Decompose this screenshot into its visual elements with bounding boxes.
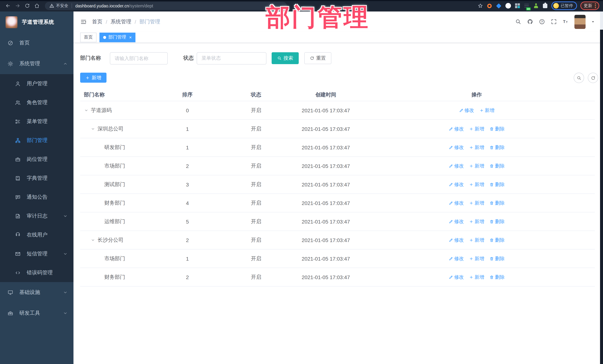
chevron-down-icon xyxy=(63,311,68,315)
update-label: 更新 xyxy=(584,3,592,9)
ext-puzzle-icon[interactable] xyxy=(542,3,548,9)
row-action-add[interactable]: 新增 xyxy=(469,237,484,243)
browser-menu-dots-icon[interactable] xyxy=(595,3,596,8)
browser-extensions: ✓on xyxy=(487,3,548,9)
sidebar-item-dict-management[interactable]: 字典管理 xyxy=(0,169,73,188)
ext-check-icon[interactable]: ✓ xyxy=(505,3,511,9)
search-icon[interactable] xyxy=(515,19,521,25)
row-action-add[interactable]: 新增 xyxy=(469,144,484,151)
row-action-add[interactable]: 新增 xyxy=(469,200,484,206)
not-secure-label[interactable]: 不安全 xyxy=(56,3,68,9)
breadcrumb-item[interactable]: 首页 xyxy=(92,18,103,25)
plus-icon xyxy=(469,201,474,205)
reload-icon[interactable] xyxy=(24,3,30,9)
fullscreen-icon[interactable] xyxy=(551,19,557,25)
tab-close-icon[interactable]: × xyxy=(129,35,132,40)
audit-log-icon xyxy=(15,213,21,219)
refresh-table-button[interactable] xyxy=(588,73,598,83)
font-size-icon[interactable]: TT xyxy=(563,19,569,25)
toggle-search-button[interactable] xyxy=(574,73,584,83)
post-icon xyxy=(15,156,21,162)
row-action-add[interactable]: 新增 xyxy=(469,218,484,225)
sidebar-item-dept-management[interactable]: 部门管理 xyxy=(0,131,73,150)
help-icon[interactable]: ? xyxy=(539,19,545,25)
row-action-edit[interactable]: 修改 xyxy=(449,274,464,280)
sidebar-item-sms-management[interactable]: 短信管理 xyxy=(0,244,73,263)
tab-home[interactable]: 首页 xyxy=(80,33,96,42)
browser-profile-button[interactable]: 已暂停 xyxy=(551,1,577,10)
back-icon[interactable] xyxy=(5,3,11,9)
tree-expand-icon[interactable] xyxy=(84,108,89,113)
sidebar-item-dev-tools[interactable]: 研发工具 xyxy=(0,303,73,324)
row-action-add[interactable]: 新增 xyxy=(469,163,484,169)
sidebar-item-post-management[interactable]: 岗位管理 xyxy=(0,150,73,169)
ext-target-icon[interactable] xyxy=(487,3,492,9)
ext-grid-icon[interactable] xyxy=(514,3,520,9)
ext-location-icon[interactable] xyxy=(496,3,502,9)
row-action-edit[interactable]: 修改 xyxy=(449,218,464,225)
hamburger-icon[interactable] xyxy=(80,19,87,25)
tab-dept-management[interactable]: 部门管理 × xyxy=(99,33,135,42)
avatar-caret-down-icon[interactable] xyxy=(591,20,595,23)
reset-button[interactable]: 重置 xyxy=(304,52,331,64)
page-scrollbar[interactable] xyxy=(600,11,603,364)
breadcrumb-separator: / xyxy=(135,19,136,25)
row-action-delete[interactable]: 删除 xyxy=(489,163,505,169)
row-action-delete[interactable]: 删除 xyxy=(489,237,505,243)
scrollbar-thumb[interactable] xyxy=(600,11,603,30)
row-action-delete[interactable]: 删除 xyxy=(489,144,505,151)
browser-update-button[interactable]: 更新 xyxy=(580,1,599,10)
search-button[interactable]: 搜索 xyxy=(272,52,299,64)
sidebar-item-online-user[interactable]: 在线用户 xyxy=(0,225,73,244)
status-select[interactable]: 菜单状态 xyxy=(197,52,267,64)
sidebar-item-menu-management[interactable]: 菜单管理 xyxy=(0,112,73,131)
row-action-edit[interactable]: 修改 xyxy=(449,237,464,243)
tree-expand-icon[interactable] xyxy=(91,238,95,243)
chevron-down-icon xyxy=(63,252,68,256)
github-icon[interactable] xyxy=(527,19,533,25)
url-host[interactable]: dashboard.yudao.iocoder.cn xyxy=(75,3,129,8)
row-action-edit[interactable]: 修改 xyxy=(449,181,464,188)
sidebar-item-error-code-management[interactable]: 错误码管理 xyxy=(0,263,73,282)
row-action-delete[interactable]: 删除 xyxy=(489,274,505,280)
ext-list-icon[interactable]: on xyxy=(524,3,530,9)
row-action-delete[interactable]: 删除 xyxy=(489,218,505,225)
ext-person-icon[interactable] xyxy=(533,3,539,9)
delete-icon xyxy=(489,164,494,168)
row-action-delete[interactable]: 删除 xyxy=(489,255,505,262)
delete-icon xyxy=(489,219,494,224)
sidebar-item-system-management[interactable]: 系统管理 xyxy=(0,53,73,74)
row-action-edit[interactable]: 修改 xyxy=(449,255,464,262)
home-icon[interactable] xyxy=(34,3,40,9)
url-path[interactable]: /system/dept xyxy=(129,3,153,8)
sidebar-item-notice[interactable]: 通知公告 xyxy=(0,188,73,207)
sidebar-item-infrastructure[interactable]: 基础设施 xyxy=(0,282,73,303)
row-action-edit[interactable]: 修改 xyxy=(449,125,464,132)
bookmark-star-icon[interactable] xyxy=(477,3,483,9)
sidebar-item-audit-log[interactable]: 审计日志 xyxy=(0,207,73,225)
row-action-edit[interactable]: 修改 xyxy=(449,200,464,206)
row-action-delete[interactable]: 删除 xyxy=(489,125,505,132)
forward-icon[interactable] xyxy=(15,3,20,9)
menu-list-icon xyxy=(15,118,21,124)
row-action-add[interactable]: 新增 xyxy=(469,274,484,280)
breadcrumb-item[interactable]: 系统管理 xyxy=(111,18,131,25)
sidebar-item-home[interactable]: 首页 xyxy=(0,33,73,53)
row-action-edit[interactable]: 修改 xyxy=(449,144,464,151)
browser-address-bar[interactable]: 不安全 dashboard.yudao.iocoder.cn /system/d… xyxy=(45,2,287,10)
row-action-delete[interactable]: 删除 xyxy=(489,200,505,206)
sidebar-item-role-management[interactable]: 角色管理 xyxy=(0,93,73,112)
row-action-add[interactable]: 新增 xyxy=(479,107,494,114)
tree-expand-icon[interactable] xyxy=(91,126,95,131)
row-action-add[interactable]: 新增 xyxy=(469,255,484,262)
row-action-edit[interactable]: 修改 xyxy=(459,107,474,114)
dept-name-input[interactable] xyxy=(110,53,167,64)
row-action-add[interactable]: 新增 xyxy=(469,181,484,188)
row-action-delete[interactable]: 删除 xyxy=(489,181,505,188)
user-avatar[interactable] xyxy=(574,15,586,29)
row-action-edit[interactable]: 修改 xyxy=(449,163,464,169)
app-logo-row[interactable]: 芋道管理系统 xyxy=(0,11,73,33)
sidebar-item-user-management[interactable]: 用户管理 xyxy=(0,74,73,93)
add-button[interactable]: 新增 xyxy=(80,73,106,83)
row-action-add[interactable]: 新增 xyxy=(469,125,484,132)
